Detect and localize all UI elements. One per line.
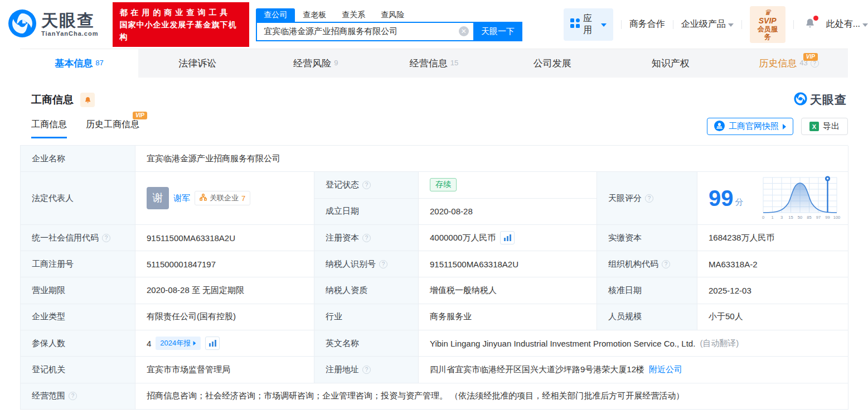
paid-capital-value: 1684238万人民币 xyxy=(697,225,848,251)
tab-intellectual-property[interactable]: 知识产权 xyxy=(612,49,730,78)
company-name-label: 企业名称 xyxy=(21,146,135,172)
search-tab-boss[interactable]: 查老板 xyxy=(295,8,334,22)
help-icon[interactable]: ? xyxy=(662,260,670,268)
legal-rep-value: 谢 谢军 关联企业 7 xyxy=(135,172,314,225)
logo-title: 天眼查 xyxy=(41,12,98,29)
score-distribution-chart[interactable]: 0 1 3 15 50 85 97 99 100 xyxy=(758,174,841,223)
chevron-down-icon xyxy=(601,23,607,27)
company-type-label: 企业类型 xyxy=(21,304,135,330)
capital-trend-icon[interactable] xyxy=(500,231,515,244)
search-box: ✕ xyxy=(256,22,473,41)
search-tab-company[interactable]: 查公司 xyxy=(256,8,295,22)
taxpayer-id-value: 91511500MA63318A2U xyxy=(419,251,597,277)
nav-enterprise[interactable]: 企业级产品 xyxy=(681,18,734,30)
tab-label: 经营风险 xyxy=(293,57,331,70)
help-icon[interactable]: ? xyxy=(102,234,110,242)
insured-trend-icon[interactable] xyxy=(205,337,220,350)
tab-label: 经营信息 xyxy=(410,57,448,70)
help-icon[interactable]: ? xyxy=(69,392,77,400)
top-header: 天眼查 TianYanCha.com 都在用的商业查询工具 国家中小企业发展子基… xyxy=(0,0,868,49)
avatar[interactable]: 谢 xyxy=(147,187,169,209)
search-tabs: 查公司 查老板 查关系 查风险 xyxy=(256,8,522,22)
official-snapshot-button[interactable]: 工商官网快照 xyxy=(707,118,793,135)
promo-banner: 都在用的商业查询工具 国家中小企业发展子基金旗下机构 xyxy=(113,2,249,47)
business-term-label: 营业期限 xyxy=(21,277,135,304)
snapshot-label: 工商官网快照 xyxy=(729,121,779,132)
apps-menu[interactable]: 应用 xyxy=(564,8,613,41)
business-term-value: 2020-08-28 至 无固定期限 xyxy=(135,277,314,304)
tab-label: 基本信息 xyxy=(55,57,93,70)
tab-history-info[interactable]: VIP 历史信息 43 ? xyxy=(730,49,848,78)
arrow-right-icon xyxy=(783,124,786,129)
score-number: 99 xyxy=(709,187,734,209)
tianyancha-logo[interactable]: 天眼查 TianYanCha.com xyxy=(8,9,98,40)
svg-text:85: 85 xyxy=(807,215,811,220)
tab-label: 知识产权 xyxy=(652,57,690,70)
uscc-label: 统一社会信用代码? xyxy=(21,225,135,251)
nav-cooperation[interactable]: 商务合作 xyxy=(629,18,665,30)
svg-text:3: 3 xyxy=(780,215,783,220)
nearby-companies-link[interactable]: 附近公司 xyxy=(649,364,682,375)
notification-dot xyxy=(813,16,818,21)
tab-legal[interactable]: 法律诉讼 xyxy=(138,49,256,78)
help-icon[interactable]: ? xyxy=(645,194,653,203)
tab-operation-info[interactable]: 经营信息 15 xyxy=(375,49,493,78)
reg-status-label: 登记状态? xyxy=(314,172,419,198)
search-tab-risk[interactable]: 查风险 xyxy=(373,8,412,22)
search-button[interactable]: 天眼一下 xyxy=(473,22,522,41)
help-icon[interactable]: ? xyxy=(379,260,387,268)
taxpayer-id-label: 纳税人识别号? xyxy=(314,251,419,277)
insured-count-label: 参保人数 xyxy=(21,330,135,357)
company-type-value: 有限责任公司(国有控股) xyxy=(135,304,314,330)
search-tab-relation[interactable]: 查关系 xyxy=(334,8,373,22)
help-icon[interactable]: ? xyxy=(362,366,371,374)
industry-label: 行业 xyxy=(314,304,419,330)
search-input[interactable] xyxy=(264,27,459,36)
org-code-label: 组织机构代码? xyxy=(597,251,697,277)
svg-text:0: 0 xyxy=(762,215,764,220)
tab-basic-info[interactable]: 基本信息 87 xyxy=(20,49,138,78)
staff-size-value: 小于50人 xyxy=(697,304,848,330)
annual-report-label: 2024年报 xyxy=(160,338,191,348)
svip-member-button[interactable]: ♛ SVIP 会员服务 xyxy=(750,6,785,43)
legal-rep-label: 法定代表人 xyxy=(21,172,135,225)
monitor-bell-icon[interactable] xyxy=(80,93,95,107)
tab-operation-risk[interactable]: 经营风险 9 xyxy=(256,49,375,78)
industry-value: 商务服务业 xyxy=(419,304,597,330)
legal-rep-link[interactable]: 谢军 xyxy=(173,193,190,204)
tab-count: 87 xyxy=(95,59,103,67)
svip-sublabel: 会员服务 xyxy=(755,25,780,41)
vip-badge: VIP xyxy=(133,112,147,119)
auto-translate-note: (自动翻译) xyxy=(700,338,739,349)
svg-text:1: 1 xyxy=(771,215,773,220)
reg-number-value: 511500001847197 xyxy=(135,251,314,277)
score-label: 天眼评分? xyxy=(597,172,697,225)
business-info-table: 企业名称 宜宾临港金源产业招商服务有限公司 法定代表人 谢 谢军 关联企业 7 … xyxy=(20,145,848,410)
nav-enterprise-label: 企业级产品 xyxy=(681,18,726,30)
help-icon[interactable]: ? xyxy=(362,181,371,189)
tab-label: 历史信息 xyxy=(759,57,797,70)
svip-label: ♛ SVIP xyxy=(755,8,780,25)
taxpayer-qualification-value: 增值税一般纳税人 xyxy=(419,277,597,304)
svg-text:97: 97 xyxy=(816,215,821,220)
related-companies-badge[interactable]: 关联企业 7 xyxy=(195,191,250,205)
section-actions: 工商官网快照 X 导出 xyxy=(707,118,848,140)
annual-report-badge[interactable]: 2024年报 xyxy=(156,337,201,350)
help-icon[interactable]: ? xyxy=(362,234,371,242)
chevron-down-icon xyxy=(728,23,734,27)
top-nav: 应用 商务合作 企业级产品 ♛ SVIP 会员服务 此处有... xyxy=(564,6,868,43)
subtab-business-info[interactable]: 工商信息 xyxy=(31,119,67,138)
tab-company-development[interactable]: 公司发展 xyxy=(493,49,612,78)
export-button[interactable]: X 导出 xyxy=(801,118,848,135)
insured-count-value: 4 2024年报 xyxy=(135,330,314,357)
user-menu[interactable]: 此处有... xyxy=(826,18,868,30)
chevron-down-icon xyxy=(862,23,868,27)
uscc-value: 91511500MA63318A2U xyxy=(135,225,314,251)
clear-search-icon[interactable]: ✕ xyxy=(459,26,469,36)
registered-capital-value: 4000000万人民币 xyxy=(419,225,597,251)
section-header: 工商信息 天眼查 xyxy=(20,92,848,108)
notification-bell-icon[interactable] xyxy=(804,17,816,32)
subtab-history-business-info[interactable]: 历史工商信息 VIP xyxy=(86,119,139,138)
user-menu-label: 此处有... xyxy=(826,18,860,30)
founded-value: 2020-08-28 xyxy=(419,199,597,225)
